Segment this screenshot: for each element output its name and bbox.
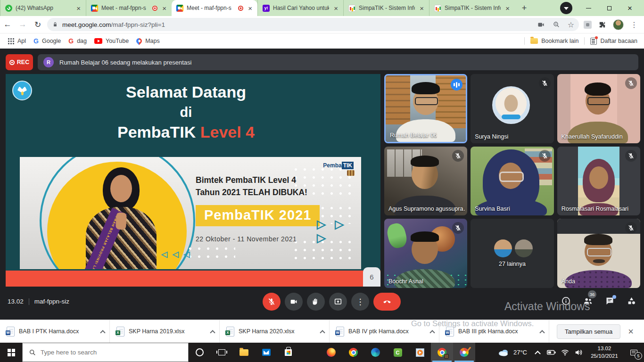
bookmark-maps[interactable]: Maps (136, 38, 160, 44)
camtasia-button[interactable] (387, 343, 409, 362)
recording-dot-icon (152, 6, 157, 11)
more-options-button[interactable]: ⋮ (351, 293, 369, 311)
record-dot-icon (9, 60, 15, 65)
chevron-up-icon[interactable] (539, 330, 545, 335)
meeting-info: 13.02 maf-fppn-siz (8, 298, 69, 305)
tab-simpatik-2[interactable]: SimpaTIK - Sistem Info × (429, 0, 515, 16)
show-all-downloads-button[interactable]: Tampilkan semua (557, 324, 620, 339)
close-downloads-bar-icon[interactable]: × (628, 326, 634, 337)
action-center-button[interactable]: 5 (623, 343, 644, 362)
cortana-icon (196, 348, 204, 356)
tab-close-icon[interactable]: × (75, 4, 82, 12)
wifi-icon[interactable] (558, 343, 572, 362)
chevron-up-icon[interactable] (429, 330, 435, 335)
raise-hand-button[interactable] (307, 293, 325, 311)
download-filename: BAB IV ptk Harna.docx (348, 328, 426, 335)
taskbar-search[interactable] (22, 343, 189, 362)
chevron-up-icon[interactable] (100, 330, 105, 335)
maps-pin-icon (135, 37, 143, 45)
new-tab-button[interactable]: + (518, 1, 531, 15)
tab-media-camera-icon[interactable] (537, 21, 545, 29)
reading-list-button[interactable]: Daftar bacaan (590, 38, 637, 45)
participant-tile-boochr[interactable]: Boochr Asnal (384, 219, 467, 288)
tab-yahoo[interactable]: Hasil Cari Yahoo untuk × (257, 0, 343, 16)
participant-tile-rumah-belajar[interactable]: Rumah Belajar 06 (384, 74, 467, 143)
download-item[interactable]: BAB IV ptk Harna.docx (330, 320, 439, 343)
bookmark-youtube[interactable]: YouTube (94, 38, 129, 44)
volume-icon[interactable] (572, 343, 586, 362)
temperature-label[interactable]: 27°C (513, 349, 527, 356)
presenting-banner: R Rumah Belajar 06 sedang melakukan pres… (38, 54, 638, 70)
media-player-button[interactable] (409, 343, 431, 362)
edge-button[interactable] (364, 343, 387, 362)
chat-panel-button[interactable] (605, 296, 615, 306)
mail-button[interactable] (255, 343, 277, 362)
bookmark-star-icon[interactable]: ☆ (568, 20, 574, 29)
mic-toggle-button[interactable] (263, 293, 281, 311)
task-view-button[interactable] (211, 343, 233, 362)
chrome-menu-icon[interactable]: ⋮ (630, 20, 638, 29)
reload-button[interactable]: ↻ (30, 20, 45, 30)
weather-cloud-icon[interactable] (495, 343, 512, 362)
tab-meet-active[interactable]: Meet - maf-fppn-s × (172, 0, 257, 16)
camera-toggle-button[interactable] (285, 293, 303, 311)
extension-icon[interactable] (584, 21, 592, 29)
download-item[interactable]: BAB III ptk Harna.docx (439, 320, 549, 343)
paint-active-button[interactable] (453, 343, 475, 362)
participant-tile-rosmalasari[interactable]: Rosmalasari Rosmalasari (557, 147, 640, 216)
tab-close-icon[interactable]: × (332, 4, 339, 12)
search-input[interactable] (41, 349, 177, 356)
bookmark-apps[interactable]: Apl (8, 38, 26, 44)
zoom-out-icon[interactable] (553, 21, 560, 28)
profile-avatar[interactable] (613, 19, 624, 30)
show-hidden-icons-button[interactable] (531, 343, 545, 362)
other-bookmarks-button[interactable]: Bookmark lain (530, 38, 578, 44)
participant-tile-khaerullah[interactable]: Khaerullah Syafaruddin (557, 74, 640, 143)
tab-meet-1[interactable]: Meet - maf-fppn-s × (86, 0, 172, 16)
minimize-button[interactable] (578, 0, 599, 16)
overflow-tile[interactable]: 27 lainnya (471, 219, 553, 288)
yahoo-favicon (263, 5, 270, 12)
tab-simpatik-1[interactable]: SimpaTIK - Sistem Info × (343, 0, 429, 16)
firefox-button[interactable] (320, 343, 342, 362)
tab-close-icon[interactable]: × (161, 4, 168, 12)
apps-grid-icon (8, 38, 14, 44)
participant-tile-agus[interactable]: Agus Supramono agussupra… (384, 147, 467, 216)
file-explorer-button[interactable] (233, 343, 255, 362)
store-button[interactable] (277, 343, 299, 362)
chrome-button[interactable] (342, 343, 364, 362)
participant-tile-anda[interactable]: Anda (557, 219, 640, 288)
bookmark-google[interactable]: G Google (33, 37, 61, 45)
clock-date[interactable]: 13.02 25/10/2021 (586, 345, 623, 360)
address-bar[interactable]: meet.google.com/maf-fppn-siz?pli=1 ☆ (47, 18, 579, 31)
back-button[interactable]: ← (0, 20, 15, 29)
dots-decoration (186, 245, 235, 263)
tab-whatsapp[interactable]: (42) WhatsApp × (0, 0, 86, 16)
battery-icon[interactable] (545, 343, 558, 362)
task-view-icon (218, 349, 225, 355)
close-window-button[interactable]: × (619, 0, 640, 16)
media-controls-button[interactable] (560, 2, 572, 14)
presenter-avatar: R (43, 57, 54, 67)
participant-tile-surya[interactable]: Surya Ningsi (471, 74, 553, 143)
download-item[interactable]: BAB I PTK Harna.docx (0, 320, 110, 343)
activities-button[interactable] (627, 296, 636, 306)
restore-button[interactable] (599, 0, 619, 16)
end-call-button[interactable] (373, 293, 401, 311)
chevron-up-icon[interactable] (210, 330, 215, 335)
cortana-button[interactable] (189, 343, 211, 362)
download-item[interactable]: SKP Harna 2020.xlsx (220, 320, 330, 343)
tab-close-icon[interactable]: × (418, 4, 425, 12)
present-button[interactable] (329, 293, 347, 311)
download-item[interactable]: SKP Harna 2019.xlsx (110, 320, 220, 343)
presentation-stage[interactable]: Selamat Datang di PembaTIK Level 4 (6, 74, 380, 287)
participant-tile-survina[interactable]: Survina Basri (471, 147, 553, 216)
tab-close-icon[interactable]: × (247, 4, 254, 12)
tab-close-icon[interactable]: × (504, 4, 511, 12)
extensions-puzzle-icon[interactable] (598, 21, 606, 29)
start-button[interactable] (0, 343, 22, 362)
chevron-up-icon[interactable] (320, 330, 325, 335)
forward-button[interactable]: → (15, 20, 30, 29)
chrome-active-button[interactable] (431, 343, 453, 362)
bookmark-dag[interactable]: G dag (68, 37, 87, 45)
